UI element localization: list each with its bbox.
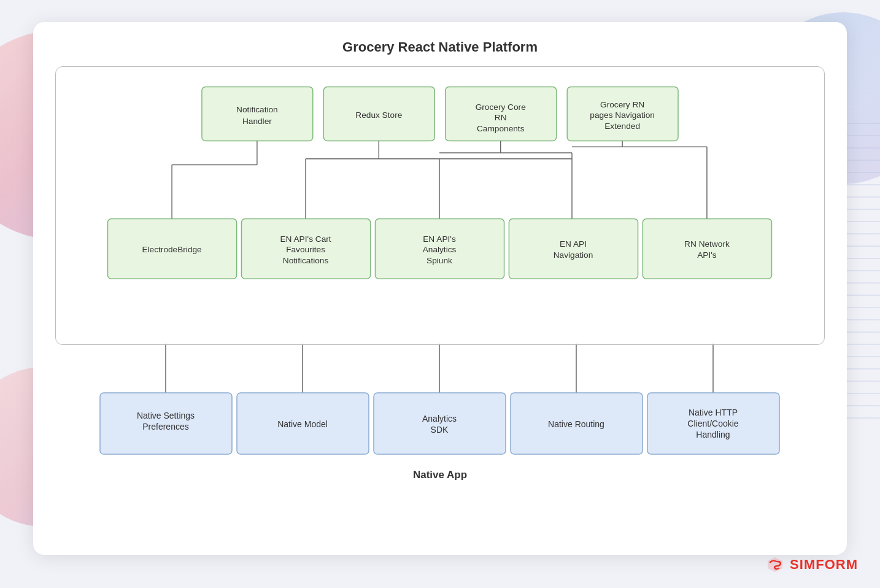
svg-text:Notification: Notification xyxy=(236,105,278,114)
svg-text:Extended: Extended xyxy=(604,122,640,131)
svg-text:Analytics: Analytics xyxy=(423,245,457,254)
svg-text:Redux Store: Redux Store xyxy=(355,110,402,120)
svg-text:Handler: Handler xyxy=(242,117,272,126)
diagram-title: Grocery React Native Platform xyxy=(55,39,825,55)
svg-text:RN: RN xyxy=(495,113,507,122)
svg-text:Native Routing: Native Routing xyxy=(548,419,604,429)
simform-logo-text: SIMFORM xyxy=(790,557,858,573)
svg-text:EN API: EN API xyxy=(560,239,587,249)
svg-text:EN API's Cart: EN API's Cart xyxy=(280,234,331,244)
svg-text:ElectrodeBridge: ElectrodeBridge xyxy=(142,245,201,254)
simform-logo: SIMFORM xyxy=(765,555,858,574)
svg-text:Native Model: Native Model xyxy=(277,419,328,429)
svg-text:Handling: Handling xyxy=(696,430,730,439)
svg-text:Native HTTP: Native HTTP xyxy=(689,408,738,417)
svg-text:RN Network: RN Network xyxy=(684,239,730,249)
svg-text:Grocery RN: Grocery RN xyxy=(600,100,644,109)
svg-text:API's: API's xyxy=(697,250,717,260)
svg-text:Notifications: Notifications xyxy=(283,256,329,265)
platform-section: Notification Handler Redux Store Grocery… xyxy=(55,66,825,345)
svg-text:SDK: SDK xyxy=(431,425,449,435)
svg-text:EN API's: EN API's xyxy=(423,234,456,244)
svg-text:Spiunk: Spiunk xyxy=(426,256,452,265)
platform-connectors-svg: Notification Handler Redux Store Grocery… xyxy=(68,78,812,336)
diagram-wrapper: Grocery React Native Platform Notificati… xyxy=(33,22,847,555)
bottom-connectors-svg: Native Settings Preferences Native Model… xyxy=(55,344,825,466)
svg-text:Analytics: Analytics xyxy=(422,414,457,424)
svg-text:pages Navigation: pages Navigation xyxy=(590,110,655,120)
simform-icon xyxy=(765,555,785,574)
svg-text:Native Settings: Native Settings xyxy=(137,411,195,420)
svg-rect-52 xyxy=(374,393,506,454)
svg-text:Navigation: Navigation xyxy=(554,250,593,260)
native-app-label: Native App xyxy=(55,469,825,481)
svg-text:Grocery Core: Grocery Core xyxy=(476,103,526,112)
svg-text:Client/Cookie: Client/Cookie xyxy=(687,419,738,428)
svg-text:Preferences: Preferences xyxy=(142,422,188,431)
svg-text:Favourites: Favourites xyxy=(286,245,325,254)
svg-text:Camponents: Camponents xyxy=(477,124,525,133)
